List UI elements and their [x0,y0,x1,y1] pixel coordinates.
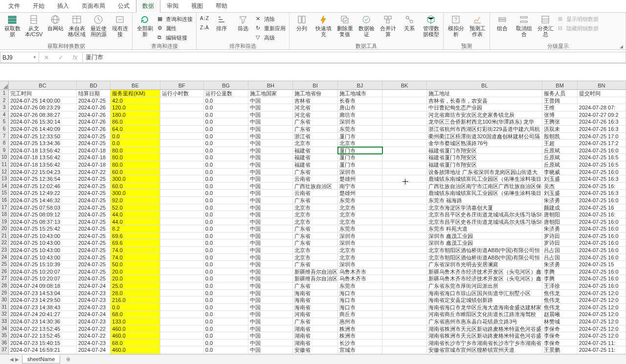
cell[interactable]: 云南省 [293,190,337,197]
cell[interactable]: 2024-07-27 09:2 [578,111,626,119]
column-header[interactable]: BK [382,81,427,90]
cell[interactable]: 海口市 [338,304,382,311]
cell[interactable]: 朱济勇 [542,197,577,204]
tab-help[interactable]: 帮助 [209,0,234,13]
data-model-button[interactable]: 管理数据模型 [421,14,441,42]
cell[interactable]: 广东省 [293,169,337,176]
cell[interactable] [160,154,204,161]
cell[interactable]: 2024-07-25 10:20:07 [9,268,77,276]
cell[interactable]: 2024-07-25 12:0 [578,318,626,325]
cell[interactable]: 0.0 [204,197,248,204]
cell[interactable]: 0.0 [204,304,248,311]
cell[interactable]: 2024-07-25 [77,197,111,204]
cell[interactable] [160,190,204,197]
cell[interactable]: 0.0 [204,254,248,261]
cell[interactable] [382,282,427,290]
sort-button[interactable]: 排序 [211,14,232,42]
row-header[interactable]: 19 [0,218,9,226]
hide-detail-button[interactable]: ⊟隐藏明细数据 [557,24,600,33]
cell[interactable]: 厦门市 [338,154,382,161]
cell[interactable]: 深圳市 [338,239,382,247]
cell[interactable]: 2024-07-25 12:02:46 [9,183,77,190]
cell[interactable]: 河北省廊坊市安次区北史家务镇北辰 [427,111,542,119]
advanced-button[interactable]: ▽高级 [254,33,287,42]
row-header[interactable]: 37 [0,346,9,354]
cell[interactable]: 中国 [248,325,293,333]
cell[interactable]: 鹿城镇东南城镇富民工业园区（佑琳生涂料项目 [427,190,542,197]
tab-file[interactable]: 文件 [2,0,26,13]
cell[interactable]: 中国 [248,204,293,212]
cell[interactable]: 唐朝阳 [542,211,577,218]
tab-insert[interactable]: 插入 [51,0,75,13]
cell[interactable]: 安徽省宣城市宣州区狸桥镇宣州天道 [427,346,542,354]
cell[interactable]: 福建省厦门市翔安区 [427,147,542,154]
cell[interactable]: 厦门市 [338,147,382,154]
cell[interactable]: 李腾 [542,275,577,282]
cell[interactable]: 南宁市 [338,183,382,190]
cell[interactable]: 河北省 [293,104,337,111]
row-header[interactable]: 7 [0,133,9,140]
row-header[interactable]: 18 [0,211,9,218]
cell[interactable]: 施工地国家 [248,90,293,97]
cell[interactable]: 北京市朝阳区酒仙桥街道ABB(中国)有限公司恒 [427,247,542,254]
cell[interactable]: 广东省 [293,197,337,204]
cell[interactable]: 李保奇 [542,332,577,340]
cell[interactable]: 0.0 [204,147,248,154]
row-header[interactable]: 11 [0,161,9,169]
cell[interactable] [382,233,427,240]
cell[interactable]: 长沙市 [338,340,382,347]
name-box[interactable]: BJ9▼ [0,52,39,63]
cell[interactable]: 2024-07-25 15:25:42 [9,225,77,233]
cell[interactable]: 133.0 [111,318,160,325]
cell[interactable] [160,318,204,325]
cell[interactable]: 50.0 [111,261,160,268]
cell[interactable]: 2024-07-25 11: [578,340,626,347]
cell[interactable]: 王腾张 [542,118,577,126]
cell[interactable]: 2024-07-25 14:46:32 [9,197,77,204]
cell[interactable]: 2024-07-18 [77,147,111,154]
cell[interactable]: 新疆乌鲁木齐市经济技术开发区（头屯河区）鑫 [427,275,542,282]
cell[interactable] [160,340,204,347]
cell[interactable] [382,247,427,254]
column-header[interactable]: BE [111,81,160,90]
cell[interactable]: 颜建成 [542,204,577,212]
cell[interactable]: 楚雄州 [338,190,382,197]
column-header[interactable]: BD [77,81,111,90]
cell[interactable]: 深圳市 [338,118,382,126]
cell[interactable]: 北京市 [293,218,337,226]
cell[interactable]: 0.0 [204,282,248,290]
cell[interactable]: 0.0 [204,239,248,247]
cell[interactable]: 北京市海淀区学清嘉创大厦 [427,204,542,212]
row-header[interactable]: 1 [0,90,9,97]
cell[interactable]: 2024-07-26 [77,111,111,119]
cell[interactable]: 216.0 [111,297,160,304]
cancel-icon[interactable]: ✕ [44,54,49,61]
ungroup-button[interactable]: 取消组合 [514,14,534,42]
refresh-all-button[interactable]: 全部刷新 [134,14,155,42]
row-header[interactable]: 30 [0,297,9,304]
cell[interactable]: 乌鲁木齐市 [338,268,382,276]
cell[interactable]: 新疆维吾尔自治区 [293,268,337,276]
cell[interactable]: 2024-07-25 10:43:00 [9,239,77,247]
tab-review[interactable]: 审阅 [160,0,185,13]
cell[interactable] [160,104,204,111]
cell[interactable]: 80.0 [111,161,160,169]
cell[interactable] [382,161,427,169]
column-header[interactable]: BC [9,81,77,90]
cell[interactable] [382,325,427,333]
filter-button[interactable]: 筛选 [233,14,253,42]
cell[interactable]: 廊坊市 [338,111,382,119]
cell[interactable]: 焦伟龙 [542,290,577,297]
cell[interactable]: 20.0 [111,275,160,282]
cell[interactable]: 2024-07-25 [77,175,111,183]
cell[interactable]: 2024-07-22 15:04:23 [9,169,77,176]
cell[interactable]: 2024-07-18 [77,161,111,169]
cell[interactable]: 乌鲁木齐市 [338,275,382,282]
cell[interactable]: 8.2 [111,225,160,233]
row-header[interactable]: 36 [0,340,9,347]
recent-sources-button[interactable]: 最近使用的源 [88,14,109,42]
cell[interactable]: 福建省 [293,147,337,154]
cell[interactable]: 王泽徐 [542,282,577,290]
row-header[interactable]: 10 [0,154,9,161]
cell[interactable]: 丘原斌 [542,161,577,169]
